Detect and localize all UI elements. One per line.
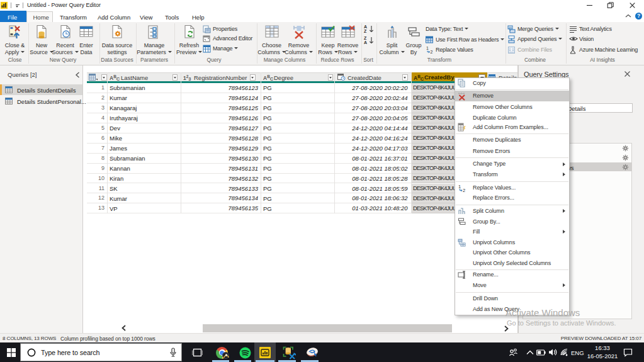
svg-text:1: 1 [458,184,461,189]
svg-text:1: 1 [426,46,429,50]
svg-text:2: 2 [431,50,433,54]
svg-text:2: 2 [463,188,465,193]
